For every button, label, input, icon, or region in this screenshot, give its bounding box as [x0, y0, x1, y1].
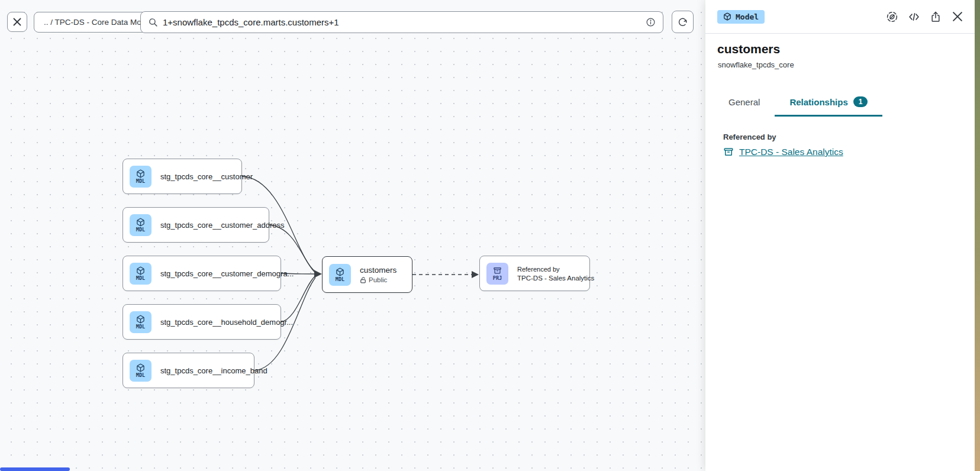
node-label: customers [360, 266, 396, 275]
info-icon[interactable] [646, 17, 656, 27]
model-icon-label: MDL [336, 277, 344, 282]
close-icon [12, 17, 22, 27]
node-stg-tpcds-core-customer-demographics[interactable]: MDL stg_tpcds_core__customer_demogra... [122, 256, 281, 291]
close-panel-button[interactable] [950, 9, 965, 24]
node-label: stg_tpcds_core__customer_demogra... [160, 269, 294, 278]
share-icon [930, 11, 942, 23]
search-icon [148, 17, 158, 27]
node-stg-tpcds-core-household-demographics[interactable]: MDL stg_tpcds_core__household_demogr... [122, 304, 281, 340]
node-label: stg_tpcds_core__household_demogr... [160, 318, 293, 327]
project-archive-icon [723, 147, 734, 157]
panel-subtitle: snowflake_tpcds_core [718, 60, 794, 69]
details-panel: Model customers snowflake_tpcds_core [705, 0, 975, 471]
panel-title: customers [717, 42, 780, 56]
model-icon-label: MDL [136, 276, 145, 281]
tab-general[interactable]: General [714, 89, 775, 117]
node-access-label: Public [369, 276, 387, 283]
node-stg-tpcds-core-income-band[interactable]: MDL stg_tpcds_core__income_band [122, 353, 254, 388]
breadcrumb-label: .. / TPC-DS - Core Data Models [44, 18, 156, 27]
lineage-canvas[interactable]: MDL stg_tpcds_core__customer MDL stg_tpc… [0, 0, 705, 471]
node-label: stg_tpcds_core__customer [160, 172, 253, 181]
model-cube-icon: MDL [130, 214, 151, 236]
panel-tabs: General Relationships 1 [714, 89, 882, 117]
node-customers-selected[interactable]: MDL customers Public [322, 256, 412, 293]
tab-general-label: General [728, 97, 760, 107]
referenced-by-section-label: Referenced by [723, 133, 776, 141]
referenced-by-item: TPC-DS - Sales Analytics [723, 147, 843, 157]
model-type-badge-label: Model [736, 12, 759, 21]
model-cube-icon: MDL [329, 264, 351, 286]
lineage-edges [0, 0, 705, 471]
node-stg-tpcds-core-customer[interactable]: MDL stg_tpcds_core__customer [122, 159, 242, 194]
model-cube-icon [723, 12, 731, 21]
view-code-button[interactable] [907, 9, 921, 24]
relationships-count-badge: 1 [853, 96, 868, 107]
node-label: stg_tpcds_core__customer_address [160, 221, 285, 230]
model-cube-icon: MDL [130, 311, 151, 333]
compass-icon [886, 11, 898, 23]
lineage-selector-input[interactable] [163, 17, 641, 27]
model-cube-icon: MDL [130, 263, 151, 285]
model-icon-label: MDL [136, 373, 145, 378]
node-stg-tpcds-core-customer-address[interactable]: MDL stg_tpcds_core__customer_address [122, 207, 269, 243]
node-project-tpcds-sales-analytics[interactable]: PRJ Referenced by TPC-DS - Sales Analyti… [479, 256, 590, 291]
lineage-selector-box [140, 11, 663, 33]
project-archive-icon: PRJ [486, 263, 508, 285]
node-label: TPC-DS - Sales Analytics [517, 275, 594, 282]
explore-lineage-button[interactable] [885, 9, 899, 24]
model-icon-label: MDL [136, 227, 145, 233]
model-type-badge: Model [717, 10, 765, 24]
model-icon-label: MDL [136, 324, 145, 330]
refresh-icon [678, 17, 688, 27]
model-cube-icon: MDL [130, 360, 151, 382]
details-panel-header: Model [705, 0, 975, 34]
node-reference-caption: Referenced by [517, 266, 594, 273]
horizontal-scrollbar-thumb[interactable] [0, 467, 70, 471]
unlock-icon [360, 276, 366, 283]
model-cube-icon: MDL [130, 166, 151, 188]
tab-relationships-label: Relationships [789, 97, 847, 107]
background-edge-strip [975, 0, 980, 471]
project-icon-label: PRJ [493, 276, 502, 281]
tab-relationships[interactable]: Relationships 1 [775, 89, 882, 117]
close-lineage-button[interactable] [7, 12, 27, 32]
refresh-lineage-button[interactable] [672, 11, 694, 33]
code-icon [908, 11, 920, 23]
node-label: stg_tpcds_core__income_band [160, 366, 267, 375]
close-icon [952, 11, 963, 22]
referenced-by-project-link[interactable]: TPC-DS - Sales Analytics [739, 147, 843, 157]
model-icon-label: MDL [136, 179, 145, 184]
share-button[interactable] [929, 9, 943, 24]
